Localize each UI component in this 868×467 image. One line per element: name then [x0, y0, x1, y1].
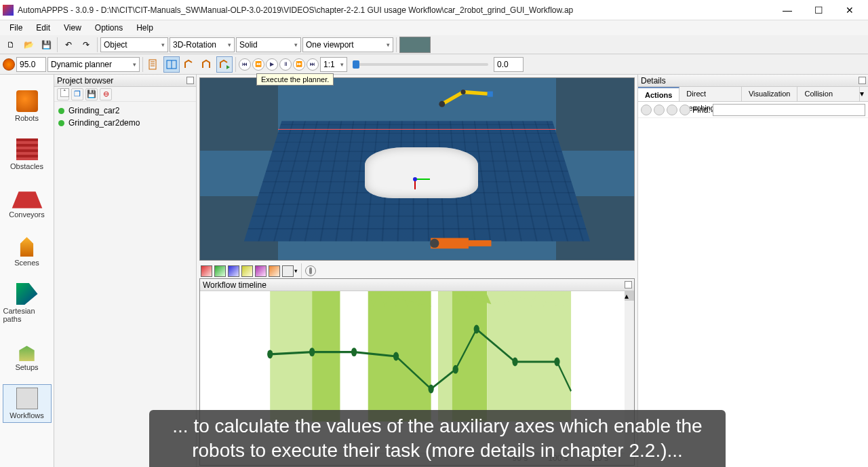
find-nav-first-icon[interactable] [641, 105, 652, 115]
panel-minimize-icon[interactable] [186, 77, 194, 84]
tab-overflow-icon[interactable]: ▾ [860, 87, 868, 101]
tb-save-icon[interactable]: 💾 [38, 37, 54, 53]
tree-item[interactable]: Grinding_car2 [58, 105, 192, 117]
sidebar-item-workflows[interactable]: Workflows [3, 384, 52, 423]
view-cube-iso-icon[interactable] [282, 265, 294, 277]
find-nav-prev-icon[interactable] [654, 105, 665, 115]
menu-file[interactable]: File [3, 21, 29, 35]
tree-item[interactable]: Grinding_car2demo [58, 117, 192, 129]
sidebar-item-cartesian-paths[interactable]: Cartesian paths [3, 280, 52, 326]
view-cube-front-icon[interactable] [201, 265, 212, 277]
svg-rect-11 [488, 92, 493, 97]
svg-rect-20 [368, 291, 431, 422]
step-back-icon[interactable]: ⏪ [252, 58, 264, 71]
3d-viewport[interactable] [199, 77, 635, 261]
svg-point-27 [393, 352, 399, 361]
planner-btn-1-icon[interactable] [146, 56, 162, 73]
setups-icon [16, 339, 38, 361]
sidebar-item-label: Robots [15, 114, 39, 122]
preview-swatch[interactable] [399, 37, 431, 53]
pb-copy-icon[interactable]: ❐ [71, 88, 83, 100]
pause-icon[interactable]: ⏸ [279, 58, 292, 71]
tab-collision-check[interactable]: Collision check [797, 87, 860, 101]
find-nav-next-icon[interactable] [667, 105, 677, 115]
speed-input[interactable] [16, 57, 46, 72]
status-dot-icon [58, 108, 64, 114]
time-input[interactable] [494, 57, 524, 72]
separator [142, 57, 143, 72]
tab-actions[interactable]: Actions [638, 87, 679, 101]
scenes-icon [16, 235, 38, 257]
planner-btn-2-icon[interactable] [163, 56, 180, 73]
dd-shading[interactable]: Solid [236, 37, 301, 52]
planner-btn-4-icon[interactable] [199, 56, 215, 73]
planner-btn-5-execute-icon[interactable] [216, 56, 233, 73]
menu-view[interactable]: View [57, 21, 88, 35]
sidebar-item-robots[interactable]: Robots [3, 87, 52, 126]
dd-object[interactable]: Object [100, 37, 168, 52]
project-browser-header[interactable]: Project browser [54, 75, 196, 87]
menu-options[interactable]: Options [88, 21, 130, 35]
tab-direct-teaching[interactable]: Direct teaching [679, 87, 742, 101]
details-header[interactable]: Details [638, 75, 868, 87]
svg-point-14 [430, 239, 439, 248]
minimize-button[interactable]: — [772, 1, 803, 20]
tb-new-icon[interactable]: 🗋 [3, 37, 19, 53]
sidebar-item-scenes[interactable]: Scenes [3, 231, 52, 270]
close-button[interactable]: ✕ [834, 1, 865, 20]
spinner-icon[interactable] [3, 58, 15, 71]
view-cube-back-icon[interactable] [214, 265, 226, 277]
center-area: ▾ Workflow timeline [197, 75, 637, 467]
main-area: Robots Obstacles Conveyors Scenes Cartes… [0, 75, 868, 467]
view-cube-top-icon[interactable] [255, 265, 267, 277]
find-nav-last-icon[interactable] [679, 105, 690, 115]
step-fwd-icon[interactable]: ⏩ [293, 58, 305, 71]
mouse-mode-icon[interactable] [305, 265, 316, 276]
play-icon[interactable]: ▶ [266, 58, 278, 71]
playback-controls: ⏮ ⏪ ▶ ⏸ ⏩ ⏭ [239, 58, 319, 71]
svg-point-26 [351, 348, 357, 356]
dd-rotation-label: 3D-Rotation [173, 40, 216, 50]
collapse-arrow-icon[interactable]: ˄ [60, 88, 69, 97]
view-cube-left-icon[interactable] [228, 265, 239, 277]
svg-point-24 [267, 350, 273, 358]
pb-save-icon[interactable]: 💾 [85, 88, 98, 100]
svg-point-25 [309, 348, 315, 356]
dd-planner-mode-label: Dynamic planner [51, 60, 112, 69]
details-tabstrip: Actions Direct teaching Visualization Co… [638, 87, 868, 102]
paths-icon [16, 283, 38, 305]
maximize-button[interactable]: ☐ [803, 1, 834, 20]
timeline-header[interactable]: Workflow timeline [200, 279, 634, 291]
scroll-up-icon[interactable]: ▴ [625, 291, 634, 301]
tb-redo-icon[interactable]: ↷ [78, 37, 94, 53]
view-cube-bottom-icon[interactable] [269, 265, 280, 277]
dd-viewport[interactable]: One viewport [302, 37, 393, 52]
tb-open-icon[interactable]: 📂 [20, 37, 37, 53]
panel-minimize-icon[interactable] [625, 281, 632, 288]
dd-viewport-label: One viewport [306, 40, 354, 50]
view-cube-right-icon[interactable] [241, 265, 253, 277]
status-dot-icon [58, 120, 64, 126]
menu-help[interactable]: Help [130, 21, 160, 35]
sidebar-item-setups[interactable]: Setups [3, 336, 52, 375]
find-input[interactable] [713, 104, 865, 116]
dd-planner-mode[interactable]: Dynamic planner [47, 57, 140, 72]
sidebar-item-conveyors[interactable]: Conveyors [3, 183, 52, 222]
slider-knob[interactable] [353, 60, 359, 69]
dd-rotation[interactable]: 3D-Rotation [170, 37, 235, 52]
dd-ratio[interactable]: 1:1 [320, 57, 347, 72]
app-icon [3, 5, 14, 16]
svg-point-10 [460, 90, 465, 94]
menu-edit[interactable]: Edit [29, 21, 57, 35]
svg-point-32 [554, 358, 559, 367]
sidebar-item-obstacles[interactable]: Obstacles [3, 135, 52, 174]
goto-end-icon[interactable]: ⏭ [307, 58, 319, 71]
chevron-down-icon[interactable]: ▾ [294, 267, 298, 274]
tab-visualization[interactable]: Visualization [742, 87, 798, 101]
goto-start-icon[interactable]: ⏮ [239, 58, 251, 71]
pb-delete-icon[interactable]: ⊖ [100, 88, 112, 100]
time-slider[interactable] [353, 63, 488, 66]
tb-undo-icon[interactable]: ↶ [60, 37, 77, 53]
panel-minimize-icon[interactable] [859, 77, 866, 84]
planner-btn-3-icon[interactable] [181, 56, 197, 73]
